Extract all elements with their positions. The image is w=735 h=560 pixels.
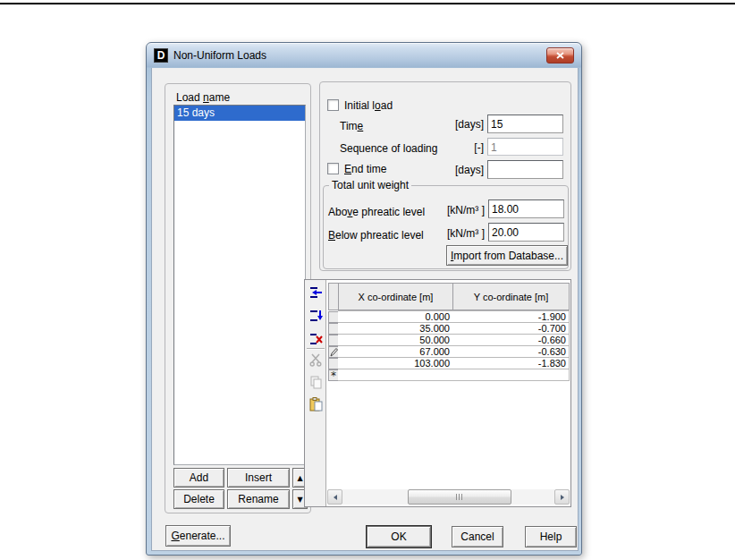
scroll-left-button[interactable] — [327, 489, 342, 505]
non-uniform-loads-dialog: D Non-Uniform Loads Load name 15 days Ad… — [146, 42, 582, 556]
y-cell[interactable] — [452, 369, 570, 381]
titlebar[interactable]: D Non-Uniform Loads — [147, 43, 581, 68]
dialog-body: Load name 15 days Add Insert ▲ Delete Re… — [151, 68, 579, 551]
below-unit-label: [kN/m³ ] — [402, 227, 485, 240]
x-column-header: X co-ordinate [m] — [338, 283, 453, 310]
up-arrow-icon: ▲ — [297, 474, 302, 482]
scroll-thumb[interactable] — [408, 489, 511, 505]
copy-icon — [308, 375, 324, 390]
app-icon-letter: D — [157, 49, 165, 62]
delete-row-icon — [308, 332, 324, 347]
x-cell[interactable]: 67.000 — [338, 346, 453, 358]
delete-row-button[interactable] — [308, 332, 324, 348]
end-time-unit-label: [days] — [401, 164, 484, 176]
close-icon — [556, 52, 564, 59]
x-cell[interactable]: 35.000 — [338, 323, 453, 335]
insert-row-button[interactable] — [308, 309, 324, 325]
table-row: 67.000 -0.630 — [328, 346, 570, 358]
end-time-label: End time — [344, 163, 386, 175]
x-cell[interactable] — [338, 369, 453, 381]
y-cell[interactable]: -1.900 — [452, 311, 570, 323]
time-label: Time — [340, 120, 363, 132]
table-row: 103.000 -1.830 — [328, 358, 570, 369]
sequence-of-loading-input — [487, 138, 563, 156]
total-unit-weight-title: Total unit weight — [329, 179, 411, 191]
table-row: 0.000 -1.900 — [328, 311, 570, 323]
toolbar-separator — [307, 348, 325, 350]
grid-toolbar — [305, 280, 326, 506]
scroll-right-icon — [561, 495, 564, 500]
add-row-button[interactable] — [308, 285, 324, 301]
y-cell[interactable]: -0.700 — [452, 323, 570, 335]
cut-icon — [308, 352, 324, 368]
list-item-load[interactable]: 15 days — [174, 106, 305, 121]
load-name-list[interactable]: 15 days — [173, 105, 306, 465]
y-column-header: Y co-ordinate [m] — [452, 283, 570, 310]
x-cell[interactable]: 50.000 — [338, 335, 453, 346]
y-cell[interactable]: -1.830 — [452, 358, 570, 369]
scroll-right-button[interactable] — [554, 489, 570, 505]
load-name-label: Load name — [176, 91, 230, 104]
time-unit-label: [days] — [401, 118, 484, 131]
rename-button[interactable]: Rename — [227, 489, 290, 509]
coordinates-panel: X co-ordinate [m] Y co-ordinate [m] 0.00… — [304, 279, 571, 507]
above-phreatic-input[interactable] — [488, 199, 564, 218]
down-arrow-icon: ▼ — [297, 496, 302, 504]
paste-button[interactable] — [308, 396, 324, 412]
import-from-database-button[interactable]: Import from Database... — [446, 245, 568, 266]
help-button[interactable]: Help — [525, 526, 577, 547]
table-row-new: * — [328, 369, 570, 381]
table-row: 50.000 -0.660 — [328, 335, 570, 346]
cut-button[interactable] — [308, 352, 324, 369]
page-top-rule — [0, 3, 735, 4]
load-parameters-groupbox: Initial load Time [days] Sequence of loa… — [319, 81, 571, 271]
initial-load-checkbox[interactable] — [327, 99, 339, 111]
below-phreatic-input[interactable] — [488, 223, 564, 242]
coordinates-grid: X co-ordinate [m] Y co-ordinate [m] 0.00… — [326, 280, 570, 506]
table-row: 35.000 -0.700 — [328, 323, 570, 335]
y-cell[interactable]: -0.630 — [452, 346, 570, 358]
above-unit-label: [kN/m³ ] — [402, 204, 485, 216]
add-row-icon — [308, 285, 324, 301]
total-unit-weight-groupbox: Total unit weight Above phreatic level [… — [323, 185, 569, 269]
insert-button[interactable]: Insert — [227, 468, 290, 488]
end-time-checkbox[interactable] — [327, 163, 339, 174]
cancel-button[interactable]: Cancel — [452, 526, 503, 547]
scroll-left-icon — [334, 495, 337, 500]
initial-load-label: Initial load — [344, 99, 393, 112]
sequence-unit-label: [-] — [401, 141, 484, 154]
close-button[interactable] — [546, 47, 574, 64]
scroll-grip-icon — [456, 494, 464, 500]
horizontal-scrollbar[interactable] — [327, 489, 570, 505]
window-title: Non-Uniform Loads — [173, 49, 266, 62]
copy-button[interactable] — [308, 375, 324, 391]
new-row-icon: * — [331, 371, 336, 380]
load-name-groupbox: Load name 15 days Add Insert ▲ Delete Re… — [165, 83, 311, 513]
app-icon: D — [154, 48, 168, 63]
delete-button[interactable]: Delete — [173, 489, 224, 509]
edit-pencil-icon — [330, 347, 338, 357]
x-cell[interactable]: 103.000 — [338, 358, 453, 369]
generate-button[interactable]: Generate... — [165, 525, 231, 547]
insert-row-icon — [308, 309, 324, 324]
time-input[interactable] — [487, 115, 563, 133]
add-button[interactable]: Add — [173, 468, 224, 488]
ok-button[interactable]: OK — [367, 526, 431, 547]
paste-icon — [308, 396, 324, 412]
y-cell[interactable]: -0.660 — [452, 335, 570, 346]
end-time-input[interactable] — [487, 160, 563, 179]
x-cell[interactable]: 0.000 — [338, 311, 453, 323]
